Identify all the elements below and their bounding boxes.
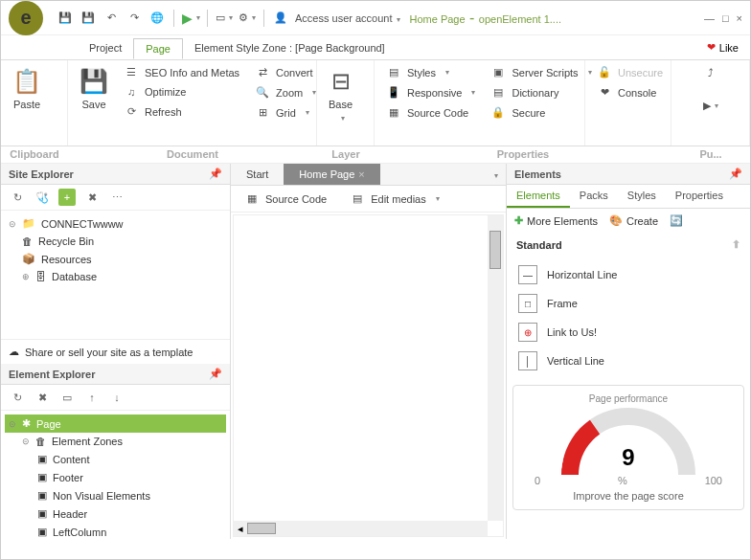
collapse-icon-2[interactable]: ⊝ (9, 419, 16, 429)
paste-button[interactable]: 📋Paste (9, 64, 45, 114)
tree-nonvisual[interactable]: ▣ Non Visual Elements (5, 486, 226, 504)
create-button[interactable]: 🎨Create (609, 214, 658, 227)
tab-page[interactable]: Page (133, 38, 183, 59)
redo-icon[interactable]: ↷ (125, 10, 143, 27)
undo-icon[interactable]: ↶ (102, 10, 120, 27)
stethoscope-icon: ♫ (124, 86, 139, 98)
pin-icon[interactable]: 📌 (209, 168, 222, 180)
save-all-icon[interactable]: 💾 (80, 10, 97, 27)
subtab-properties[interactable]: Properties (666, 185, 733, 208)
globe-icon[interactable]: 🌐 (148, 10, 166, 27)
collapse-icon[interactable]: ⊝ (9, 219, 16, 229)
up-arrow-icon[interactable]: ⬆ (732, 238, 740, 251)
tab-project[interactable]: Project (78, 38, 133, 57)
convert-button[interactable]: ⇄Convert (251, 64, 320, 80)
share-template[interactable]: ☁ Share or sell your site as a template (1, 339, 230, 364)
delete-icon-2[interactable]: ✖ (34, 389, 51, 406)
subtab-packs[interactable]: Packs (570, 185, 618, 208)
tree-page[interactable]: ⊝✱ Page (5, 414, 226, 433)
group-clipboard: Clipboard (1, 146, 68, 163)
subtab-elements[interactable]: Elements (507, 185, 570, 208)
heart-icon: ❤ (707, 41, 716, 54)
tab-close-icon[interactable]: × (358, 168, 364, 180)
run-button[interactable]: ▶ (182, 10, 199, 27)
tab-style-zone[interactable]: Element Style Zone : [Page Background] (183, 38, 397, 57)
settings-icon[interactable]: ⚙ (239, 10, 256, 27)
maximize-icon[interactable]: □ (722, 12, 729, 24)
recycle-bin[interactable]: 🗑 Recycle Bin (5, 233, 226, 250)
view-source-button[interactable]: ▦Source Code (240, 190, 330, 207)
more-icon[interactable]: ⋯ (108, 189, 125, 206)
more-elements-button[interactable]: ✚More Elements (514, 214, 598, 227)
dictionary-button[interactable]: ▤Dictionary (487, 84, 595, 101)
pin-icon-2[interactable]: 📌 (209, 368, 222, 380)
base-button[interactable]: ⊟Base (325, 64, 356, 126)
save-button[interactable]: 💾Save (76, 64, 112, 114)
group-properties: Properties (375, 146, 671, 163)
minimize-icon[interactable]: — (704, 12, 715, 24)
subtab-styles[interactable]: Styles (618, 185, 666, 208)
database[interactable]: ⊕🗄 Database (5, 268, 226, 285)
console-button[interactable]: ❤Console (593, 84, 667, 101)
el-vertical-line[interactable]: │Vertical Line (514, 347, 742, 375)
add-icon[interactable]: + (58, 189, 76, 206)
el-horizontal-line[interactable]: —Horizontal Line (514, 260, 742, 289)
app-logo: e (9, 1, 43, 35)
lock-icon: 🔒 (490, 106, 506, 119)
grid-button[interactable]: ⊞Grid (251, 104, 320, 121)
pin-icon-3[interactable]: 📌 (729, 168, 742, 180)
user-account-link[interactable]: Access user account (295, 12, 400, 24)
vertical-scrollbar[interactable] (488, 215, 503, 521)
doc-tab-home[interactable]: Home Page× (284, 164, 380, 185)
reload-icon[interactable]: ↻ (9, 189, 26, 206)
el-frame[interactable]: □Frame (514, 289, 742, 318)
unsecure-button[interactable]: 🔓Unsecure (593, 64, 667, 80)
refresh-elements-icon[interactable]: 🔄 (670, 214, 683, 227)
rect-icon[interactable]: ▭ (58, 389, 76, 406)
horizontal-scrollbar[interactable]: ◂ (234, 521, 488, 536)
publish-play-icon[interactable]: ▶ (702, 97, 719, 114)
up-icon[interactable]: ↑ (83, 389, 101, 406)
tree-footer[interactable]: ▣ Footer (5, 468, 226, 486)
doc-tabs-menu[interactable] (490, 168, 498, 180)
design-canvas[interactable]: ◂ (233, 214, 504, 537)
doc-tab-start[interactable]: Start (231, 164, 284, 185)
perf-score: 9 (561, 444, 695, 471)
like-button[interactable]: ❤Like (707, 41, 739, 54)
collapse-icon-3[interactable]: ⊝ (22, 437, 30, 446)
site-root[interactable]: ⊝📁 CONNECTwwww (5, 214, 226, 233)
zoom-button[interactable]: 🔍Zoom (251, 84, 320, 101)
secure-button[interactable]: 🔒Secure (487, 104, 595, 121)
source-code-button[interactable]: ▦Source Code (382, 104, 479, 121)
save-icon[interactable]: 💾 (57, 10, 74, 27)
upload-icon[interactable]: ⤴ (702, 64, 719, 81)
el-link-to-us[interactable]: ⊕Link to Us! (514, 318, 742, 347)
reload-icon-2[interactable]: ↻ (9, 389, 26, 406)
edit-medias-button[interactable]: ▤Edit medias (346, 190, 443, 207)
expand-icon[interactable]: ⊕ (22, 272, 30, 281)
hierarchy-icon: ⊟ (331, 68, 351, 95)
refresh-button[interactable]: ⟳Refresh (120, 103, 243, 120)
close-icon[interactable]: × (737, 12, 742, 24)
hline-icon: — (518, 265, 537, 284)
tree-header[interactable]: ▣ Header (5, 504, 226, 523)
tree-zones[interactable]: ⊝🗑 Element Zones (5, 433, 226, 450)
resources[interactable]: 📦 Resources (5, 250, 226, 268)
server-scripts-button[interactable]: ▣Server Scripts (487, 64, 595, 80)
tree-content[interactable]: ▣ Content (5, 450, 226, 468)
delete-icon[interactable]: ✖ (83, 189, 101, 206)
check-icon[interactable]: 🩺 (34, 189, 51, 206)
unlock-icon: 🔓 (597, 66, 612, 78)
perf-message[interactable]: Improve the page score (521, 490, 736, 502)
down-icon[interactable]: ↓ (108, 389, 125, 406)
screen-icon[interactable]: ▭ (216, 10, 233, 27)
paste-icon: 📋 (12, 68, 41, 95)
tree-leftcolumn[interactable]: ▣ LeftColumn (5, 523, 226, 539)
group-layer: Layer (317, 146, 375, 163)
styles-button[interactable]: ▤Styles (382, 64, 479, 80)
seo-button[interactable]: ☰SEO Info and Metas (120, 64, 243, 80)
responsive-button[interactable]: 📱Responsive (382, 84, 479, 101)
optimize-button[interactable]: ♫Optimize (120, 84, 243, 100)
console-icon: ❤ (597, 86, 612, 99)
code-icon: ▦ (386, 106, 401, 119)
